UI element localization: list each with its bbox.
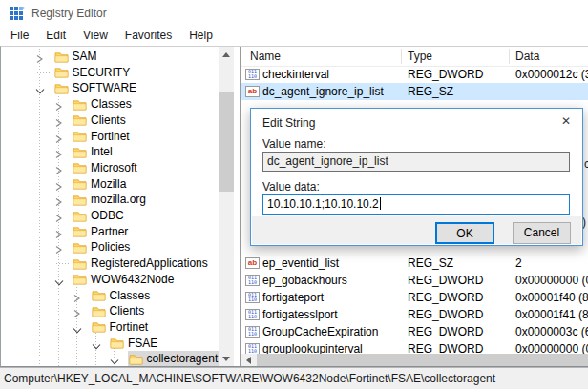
chevron-down-icon[interactable] <box>92 339 101 349</box>
tree-item-content[interactable]: Microsoft <box>72 160 140 176</box>
chevron-down-icon[interactable] <box>35 84 45 93</box>
tree-item-content[interactable]: Classes <box>91 288 154 304</box>
tree-item-content[interactable]: FSAE <box>109 336 160 352</box>
folder-icon <box>73 178 87 190</box>
tree-item-policies[interactable]: Policies <box>1 239 240 256</box>
chevron-right-icon[interactable] <box>54 243 64 253</box>
tree-item-content[interactable]: Partner <box>72 224 131 240</box>
chevron-right-icon[interactable] <box>54 133 64 142</box>
value-row-checkinterval[interactable]: 011110checkintervalREG_DWORD0x0000012c (… <box>242 66 588 83</box>
tree-item-content[interactable]: WOW6432Node <box>72 272 177 288</box>
value-name-label: Value name: <box>262 137 326 151</box>
tree-item-microsoft[interactable]: Microsoft <box>1 160 240 176</box>
reg-sz-icon: ab <box>245 257 260 269</box>
tree-item-content[interactable]: collectoragent <box>128 351 221 366</box>
tree-item-content[interactable]: Policies <box>72 239 133 256</box>
column-header-data[interactable]: Data <box>515 47 539 66</box>
tree-item-wow6432node[interactable]: WOW6432Node <box>1 272 240 288</box>
tree-item-content[interactable]: Fortinet <box>72 129 133 145</box>
column-separator[interactable] <box>401 49 402 64</box>
value-type: REG_DWORD <box>408 306 483 323</box>
column-header-name[interactable]: Name <box>250 47 281 66</box>
chevron-right-icon[interactable] <box>54 100 64 110</box>
chevron-right-icon[interactable] <box>35 52 45 62</box>
tree-scrollbar-thumb[interactable] <box>219 92 234 192</box>
menu-item-file[interactable]: File <box>2 27 37 46</box>
value-name-text: dc_agent_ignore_ip_list <box>267 154 388 168</box>
values-horizontal-scrollbar[interactable] <box>242 354 588 366</box>
chevron-down-icon[interactable] <box>110 355 119 364</box>
tree-item-classes[interactable]: Classes <box>1 96 240 113</box>
tree-item-mozilla[interactable]: Mozilla <box>1 176 240 193</box>
tree-item-clients[interactable]: Clients <box>1 113 240 129</box>
tree-item-registeredapplications[interactable]: RegisteredApplications <box>1 256 240 272</box>
tree-item-classes[interactable]: Classes <box>1 288 240 304</box>
tree-item-content[interactable]: Intel <box>72 144 116 160</box>
tree-item-content[interactable]: SECURITY <box>53 65 134 81</box>
value-row-ep-gobackhours[interactable]: 011110ep_gobackhoursREG_DWORD0x00000000 … <box>242 272 588 289</box>
values-scrollbar-thumb[interactable] <box>257 354 588 366</box>
menu-item-help[interactable]: Help <box>180 27 221 46</box>
ok-button[interactable]: OK <box>435 222 494 244</box>
chevron-right-icon[interactable] <box>54 212 64 221</box>
value-name: fortigatesslport <box>262 306 338 323</box>
tree-item-fortinet[interactable]: Fortinet <box>1 129 240 145</box>
tree-item-software[interactable]: SOFTWARE <box>1 80 240 96</box>
tree-item-label: ODBC <box>91 208 124 224</box>
menu-item-edit[interactable]: Edit <box>37 27 74 46</box>
value-row-fortigateport[interactable]: 011110fortigateportREG_DWORD0x00001f40 (… <box>242 289 588 306</box>
tree-item-content[interactable]: SAM <box>53 49 100 65</box>
menu-item-favorites[interactable]: Favorites <box>116 27 180 46</box>
folder-icon <box>73 147 87 158</box>
column-header-type[interactable]: Type <box>408 47 432 66</box>
cancel-button[interactable]: Cancel <box>513 222 571 244</box>
tree-item-content[interactable]: RegisteredApplications <box>72 256 211 272</box>
scroll-left-arrow-icon[interactable] <box>242 354 255 366</box>
value-row-fortigatesslport[interactable]: 011110fortigatesslportREG_DWORD0x00001f4… <box>242 306 588 323</box>
folder-icon <box>110 338 124 349</box>
chevron-down-icon[interactable] <box>73 323 82 333</box>
chevron-right-icon[interactable] <box>54 148 64 157</box>
tree-item-sam[interactable]: SAM <box>1 49 240 65</box>
tree-item-content[interactable]: SOFTWARE <box>53 80 140 96</box>
chevron-right-icon[interactable] <box>73 292 82 301</box>
tree-item-content[interactable]: Mozilla <box>72 176 129 193</box>
tree-item-mozilla-org[interactable]: mozilla.org <box>1 192 240 208</box>
tree-item-content[interactable]: Classes <box>72 96 135 113</box>
tree-item-fortinet[interactable]: Fortinet <box>1 319 240 336</box>
tree-item-fsae[interactable]: FSAE <box>1 336 240 352</box>
tree-item-content[interactable]: Clients <box>91 303 148 319</box>
tree-item-security[interactable]: SECURITY <box>1 65 240 81</box>
chevron-right-icon[interactable] <box>54 164 64 174</box>
tree-item-intel[interactable]: Intel <box>1 144 240 160</box>
value-data: 0x0000003c (60) <box>515 323 588 340</box>
value-data-input[interactable]: 10.10.10.1;10.10.10.2 <box>262 194 570 215</box>
tree-vertical-scrollbar[interactable] <box>219 47 234 366</box>
chevron-down-icon[interactable] <box>54 276 64 285</box>
tree-item-content[interactable]: ODBC <box>72 208 127 224</box>
tree-item-odbc[interactable]: ODBC <box>1 208 240 224</box>
dialog-title: Edit String <box>262 114 315 132</box>
tree-item-collectoragent[interactable]: collectoragent <box>1 351 240 366</box>
tree-item-clients[interactable]: Clients <box>1 303 240 319</box>
chevron-right-icon[interactable] <box>73 307 82 317</box>
chevron-right-icon[interactable] <box>54 195 64 205</box>
value-row-ep-eventid-list[interactable]: abep_eventid_listREG_SZ2 <box>242 255 588 272</box>
chevron-right-icon[interactable] <box>54 180 64 190</box>
value-row-groupcacheexpiration[interactable]: 011110GroupCacheExpirationREG_DWORD0x000… <box>242 323 588 340</box>
tree-item-content[interactable]: mozilla.org <box>72 192 149 208</box>
folder-icon <box>73 131 87 142</box>
menu-item-view[interactable]: View <box>74 27 116 46</box>
reg-dword-icon: 011110 <box>245 309 260 320</box>
scroll-down-arrow-icon[interactable] <box>219 351 234 366</box>
chevron-right-icon[interactable] <box>54 116 64 126</box>
tree-item-content[interactable]: Clients <box>72 113 129 129</box>
value-name-field[interactable]: dc_agent_ignore_ip_list <box>262 152 570 172</box>
tree-item-partner[interactable]: Partner <box>1 224 240 240</box>
value-row-dc-agent-ignore-ip-list[interactable]: abdc_agent_ignore_ip_listREG_SZ <box>242 83 588 100</box>
close-icon[interactable]: ✕ <box>558 113 574 129</box>
chevron-right-icon[interactable] <box>54 228 64 237</box>
column-separator[interactable] <box>509 49 510 64</box>
scroll-up-arrow-icon[interactable] <box>219 47 234 62</box>
tree-item-content[interactable]: Fortinet <box>91 319 152 336</box>
